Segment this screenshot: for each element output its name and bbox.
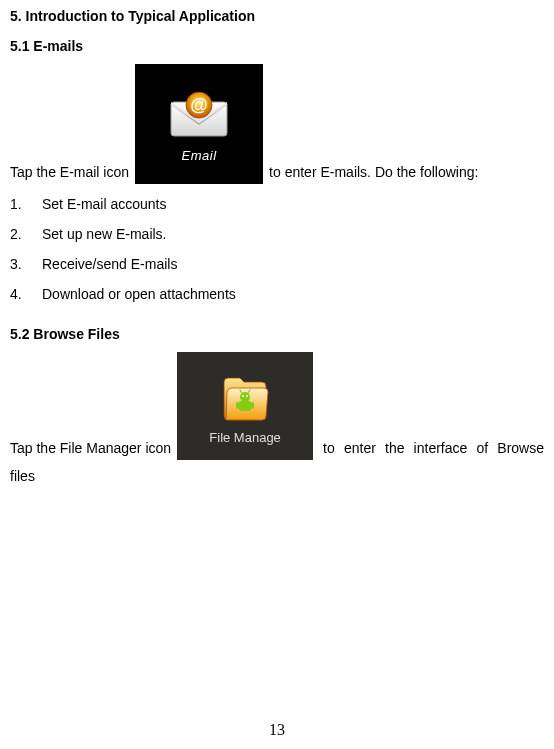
svg-point-10 bbox=[246, 395, 248, 397]
list-item: 4. Download or open attachments bbox=[10, 286, 544, 302]
file-line-before: Tap the File Manager icon bbox=[10, 440, 171, 456]
step-text: Set up new E-mails. bbox=[42, 226, 167, 242]
email-line-before: Tap the E-mail icon bbox=[10, 164, 129, 180]
email-tap-line: Tap the E-mail icon bbox=[10, 64, 544, 184]
email-icon-label: Email bbox=[182, 148, 217, 163]
step-number: 2. bbox=[10, 226, 42, 242]
svg-point-4 bbox=[240, 392, 250, 402]
email-line-after: to enter E-mails. Do the following: bbox=[269, 164, 478, 180]
step-text: Receive/send E-mails bbox=[42, 256, 177, 272]
file-tap-line: Tap the File Manager icon bbox=[10, 352, 544, 460]
file-line-continued: files bbox=[10, 466, 544, 487]
subsection-heading-browse: 5.2 Browse Files bbox=[10, 326, 544, 342]
list-item: 2. Set up new E-mails. bbox=[10, 226, 544, 242]
email-steps-list: 1. Set E-mail accounts 2. Set up new E-m… bbox=[10, 196, 544, 302]
svg-rect-5 bbox=[236, 402, 239, 409]
svg-rect-3 bbox=[239, 401, 251, 411]
svg-rect-6 bbox=[251, 402, 254, 409]
subsection-heading-emails: 5.1 E-mails bbox=[10, 38, 544, 54]
step-number: 4. bbox=[10, 286, 42, 302]
svg-point-9 bbox=[242, 395, 244, 397]
section-heading: 5. Introduction to Typical Application bbox=[10, 8, 544, 24]
svg-text:@: @ bbox=[190, 95, 208, 115]
page-number: 13 bbox=[0, 721, 554, 739]
list-item: 3. Receive/send E-mails bbox=[10, 256, 544, 272]
file-icon-label: File Manage bbox=[209, 430, 281, 445]
file-line-after: to enter the interface of Browse bbox=[323, 440, 544, 456]
file-manager-icon: File Manage bbox=[177, 352, 313, 460]
list-item: 1. Set E-mail accounts bbox=[10, 196, 544, 212]
email-icon: @ Email bbox=[135, 64, 263, 184]
step-number: 1. bbox=[10, 196, 42, 212]
step-text: Set E-mail accounts bbox=[42, 196, 167, 212]
step-number: 3. bbox=[10, 256, 42, 272]
step-text: Download or open attachments bbox=[42, 286, 236, 302]
